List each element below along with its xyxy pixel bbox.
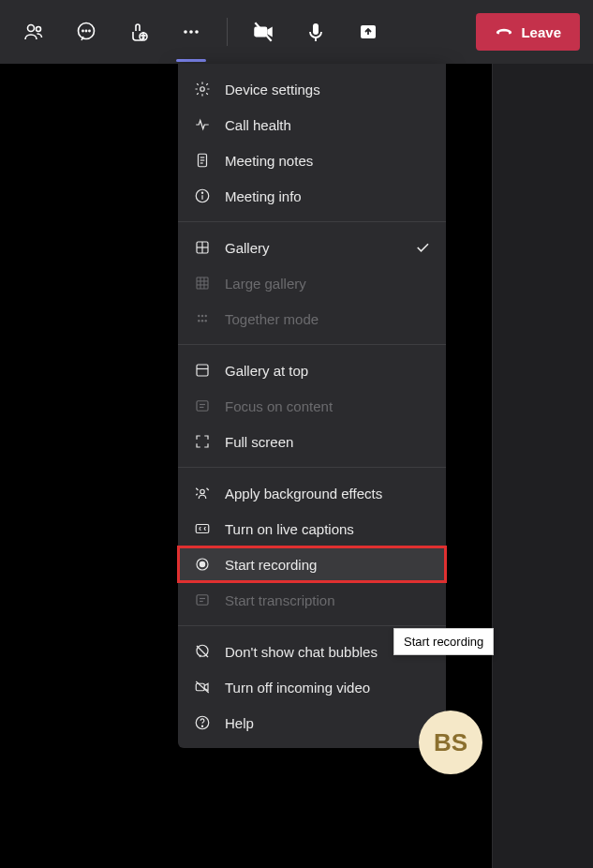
more-actions-button[interactable]: [170, 11, 212, 52]
svg-rect-51: [197, 595, 208, 606]
gallery-top-icon: [193, 361, 212, 380]
menu-label: Large gallery: [225, 276, 431, 292]
focus-icon: [193, 397, 212, 415]
menu-meeting-info[interactable]: Meeting info: [178, 178, 446, 214]
effects-icon: [193, 484, 212, 502]
svg-point-33: [198, 315, 200, 317]
hangup-icon: [495, 22, 513, 41]
menu-call-health[interactable]: Call health: [178, 107, 446, 142]
record-icon: [193, 555, 212, 574]
svg-point-4: [85, 30, 86, 31]
menu-label: Full screen: [225, 434, 431, 450]
svg-point-36: [198, 320, 200, 322]
avatar: BS: [419, 711, 482, 774]
svg-line-45: [196, 488, 198, 490]
menu-incoming-video[interactable]: Turn off incoming video: [178, 669, 446, 705]
menu-label: Help: [225, 715, 431, 731]
menu-gallery-at-top[interactable]: Gallery at top: [178, 352, 446, 388]
svg-point-34: [201, 315, 203, 317]
svg-point-9: [184, 30, 187, 34]
menu-divider: [178, 467, 446, 468]
side-panel: [492, 64, 593, 868]
svg-point-1: [37, 27, 41, 32]
menu-label: Meeting notes: [225, 153, 431, 169]
menu-together-mode: Together mode: [178, 301, 446, 337]
share-screen-button[interactable]: [348, 11, 389, 52]
menu-live-captions[interactable]: Turn on live captions: [178, 511, 446, 546]
svg-rect-14: [313, 23, 319, 35]
menu-full-screen[interactable]: Full screen: [178, 424, 446, 459]
svg-point-11: [195, 30, 199, 34]
no-chat-icon: [193, 642, 212, 661]
menu-label: Start transcription: [225, 592, 431, 608]
svg-point-35: [205, 315, 207, 317]
menu-focus-content: Focus on content: [178, 388, 446, 424]
menu-label: Turn on live captions: [225, 521, 431, 537]
menu-label: Call health: [225, 117, 431, 133]
transcript-icon: [193, 591, 212, 609]
cc-icon: [193, 519, 212, 538]
menu-meeting-notes[interactable]: Meeting notes: [178, 142, 446, 178]
menu-divider: [178, 344, 446, 345]
activity-icon: [193, 115, 212, 134]
svg-line-46: [207, 488, 209, 490]
large-gallery-icon: [193, 274, 212, 292]
svg-point-7: [141, 36, 142, 37]
svg-point-44: [200, 489, 205, 494]
svg-point-0: [28, 25, 35, 32]
svg-rect-41: [197, 401, 208, 412]
menu-gallery[interactable]: Gallery: [178, 230, 446, 265]
svg-point-24: [201, 192, 202, 193]
info-icon: [193, 187, 212, 205]
svg-point-3: [82, 30, 83, 31]
reactions-button[interactable]: [118, 11, 159, 52]
help-icon: [193, 713, 212, 732]
participants-button[interactable]: [13, 11, 54, 52]
menu-label: Turn off incoming video: [225, 680, 431, 696]
svg-point-59: [201, 726, 202, 726]
svg-rect-39: [197, 365, 208, 376]
svg-line-47: [196, 494, 198, 496]
chat-button[interactable]: [66, 11, 107, 52]
fullscreen-icon: [193, 432, 212, 451]
tooltip: Start recording: [393, 628, 494, 655]
svg-point-5: [89, 30, 90, 31]
svg-rect-28: [197, 277, 208, 289]
menu-label: Gallery: [225, 240, 401, 256]
svg-point-8: [144, 36, 145, 37]
menu-label: Start recording: [225, 557, 431, 573]
menu-label: Apply background effects: [225, 486, 431, 501]
together-icon: [193, 309, 212, 328]
menu-device-settings[interactable]: Device settings: [178, 71, 446, 107]
gallery-icon: [193, 238, 212, 257]
menu-label: Gallery at top: [225, 363, 431, 379]
svg-point-50: [200, 561, 204, 566]
menu-divider: [178, 221, 446, 222]
menu-label: Meeting info: [225, 188, 431, 204]
svg-point-10: [189, 30, 193, 34]
menu-background-effects[interactable]: Apply background effects: [178, 475, 446, 511]
menu-start-recording[interactable]: Start recording: [178, 546, 446, 582]
no-video-icon: [193, 678, 212, 696]
menu-help[interactable]: Help: [178, 705, 446, 741]
checkmark-icon: [414, 239, 431, 256]
menu-label: Together mode: [225, 311, 431, 327]
menu-label: Device settings: [225, 82, 431, 97]
svg-rect-48: [196, 525, 209, 533]
svg-point-17: [200, 87, 205, 92]
menu-label: Focus on content: [225, 398, 431, 414]
meeting-toolbar: Leave: [0, 0, 593, 64]
leave-button[interactable]: Leave: [476, 13, 580, 51]
microphone-button[interactable]: [295, 11, 336, 52]
notes-icon: [193, 151, 212, 170]
menu-start-transcription: Start transcription: [178, 582, 446, 618]
menu-divider: [178, 625, 446, 626]
toolbar-divider: [227, 18, 228, 46]
svg-point-38: [205, 320, 207, 322]
menu-large-gallery: Large gallery: [178, 265, 446, 301]
camera-button[interactable]: [243, 11, 284, 52]
leave-label: Leave: [521, 24, 561, 40]
gear-icon: [193, 80, 212, 98]
svg-point-37: [201, 320, 203, 322]
